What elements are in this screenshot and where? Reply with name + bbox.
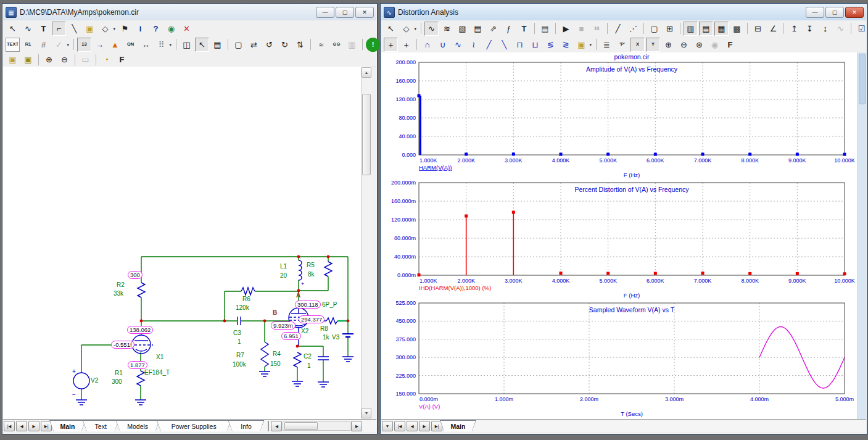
tag-left-icon[interactable]: ↥: [787, 22, 801, 36]
vertical-grid-icon[interactable]: ▥: [684, 22, 698, 36]
attribute-display-toggle[interactable]: R1: [21, 38, 35, 52]
x-scale-icon[interactable]: X: [630, 38, 645, 52]
tab-main[interactable]: Main: [49, 420, 86, 431]
performance-tag-icon[interactable]: 'P': [615, 38, 629, 52]
tab-info[interactable]: Info: [228, 420, 265, 431]
plot-properties-icon[interactable]: ☑: [854, 22, 868, 36]
tab-text[interactable]: Text: [83, 420, 119, 431]
data-points-icon[interactable]: ⋰: [626, 22, 640, 36]
measure-display-toggle[interactable]: ↔: [139, 38, 153, 52]
valley-icon[interactable]: ∪: [436, 38, 450, 52]
rotate-cw-tool[interactable]: ↻: [278, 38, 292, 52]
font-tool[interactable]: F: [115, 52, 129, 67]
minimize-button[interactable]: —: [806, 7, 824, 18]
cursor-curve-icon[interactable]: ⇗: [486, 22, 500, 36]
zoom-out-tool[interactable]: ⊖: [57, 52, 72, 67]
dropdown-arrow-icon[interactable]: ▾: [67, 43, 69, 47]
analysis-titlebar[interactable]: ∿ Distortion Analysis —▢✕: [381, 4, 866, 21]
select-tool[interactable]: ↖: [384, 22, 398, 36]
tab-last-button[interactable]: ▶|: [431, 421, 442, 431]
box-select-tool[interactable]: ▢: [231, 38, 246, 52]
region-disable-icon[interactable]: ✕: [180, 22, 194, 36]
numeric-output-icon[interactable]: ≣: [600, 38, 614, 52]
zoom-in-tool[interactable]: ⊕: [661, 38, 676, 52]
tab-prev-button[interactable]: ◀: [16, 421, 27, 431]
maximize-button[interactable]: ▢: [336, 7, 354, 18]
info-tool[interactable]: i: [133, 22, 147, 36]
scroll-up-button[interactable]: ▲: [362, 67, 371, 78]
flip-tool[interactable]: ⇅: [293, 38, 307, 52]
split-text-window-icon[interactable]: ◫: [180, 38, 194, 52]
analysis-limits-icon[interactable]: ≋: [440, 22, 454, 36]
shape-tool[interactable]: ◇▾: [399, 22, 413, 36]
select-region-icon[interactable]: ▢: [647, 22, 661, 36]
ortho-wire-tool[interactable]: ⌐: [52, 22, 66, 36]
cursor-next-icon[interactable]: ＋: [399, 38, 413, 52]
tab-main[interactable]: Main: [440, 420, 476, 431]
full-grid-icon[interactable]: ▦: [714, 22, 729, 36]
minimize-button[interactable]: —: [316, 7, 334, 18]
select-tool[interactable]: ↖: [6, 22, 20, 36]
go-to-performance-icon[interactable]: ▣▾: [574, 38, 589, 52]
waveform-buffer-icon[interactable]: ▧: [455, 22, 469, 36]
maximize-button[interactable]: ▢: [825, 7, 844, 18]
horizontal-grid-icon[interactable]: ▤: [699, 22, 713, 36]
folder-icon[interactable]: ▭: [78, 52, 93, 67]
run-button[interactable]: ▶: [559, 22, 573, 36]
zoom-in-tool[interactable]: ⊕: [42, 52, 56, 67]
high-icon[interactable]: ⊓: [513, 38, 527, 52]
tab-power-supplies[interactable]: Power Supplies: [157, 420, 231, 431]
schematic-vscrollbar[interactable]: ▲ ▼: [361, 67, 371, 419]
pin-display-toggle[interactable]: #: [36, 38, 51, 52]
tab-prev-button[interactable]: ◀: [407, 421, 418, 431]
schematic-canvas[interactable]: + − + ' R233kR1300V2X1EF184_TR6120kC31R7…: [3, 67, 361, 419]
flag-tool[interactable]: ⚑: [118, 22, 132, 36]
tab-models[interactable]: Models: [116, 420, 160, 431]
low-icon[interactable]: ⊔: [528, 38, 542, 52]
find-waveform-icon[interactable]: ≈: [314, 38, 328, 52]
rotate-ccw-tool[interactable]: ↺: [262, 38, 276, 52]
presentation-icon[interactable]: ▥: [345, 38, 359, 52]
hscroll-left-button[interactable]: ◀: [271, 421, 282, 431]
recent-files-icon[interactable]: ◔: [99, 52, 114, 67]
y-scale-icon[interactable]: Y: [646, 38, 660, 52]
inflection-up-icon[interactable]: ≶: [544, 38, 558, 52]
line-mode-icon[interactable]: ╱: [611, 22, 625, 36]
normalize-icon[interactable]: ∠: [766, 22, 780, 36]
font-tool[interactable]: F: [723, 38, 737, 52]
scope-mode-icon[interactable]: ∿: [424, 22, 439, 36]
scroll-thumb[interactable]: [362, 94, 371, 175]
scroll-down-button[interactable]: ▼: [362, 408, 371, 418]
analysis-scroll-thumb[interactable]: [859, 54, 866, 104]
stop-button[interactable]: ■: [574, 22, 589, 36]
search-icon[interactable]: ⊙⊙: [329, 38, 344, 52]
close-button[interactable]: ✕: [355, 7, 374, 18]
shape-tool[interactable]: ◇▾: [98, 22, 112, 36]
tag-wave-icon[interactable]: ∿: [833, 22, 848, 36]
tab-first-button[interactable]: |◀: [4, 421, 15, 431]
cursor-mode-icon[interactable]: ↖: [195, 38, 209, 52]
dropdown-arrow-icon[interactable]: ▾: [589, 43, 592, 47]
close-button[interactable]: ✕: [845, 7, 864, 18]
text-display-toggle[interactable]: TEXT: [6, 38, 20, 52]
help-mode-tool[interactable]: ?: [149, 22, 163, 36]
data-grid-icon[interactable]: ⊞: [663, 22, 677, 36]
attributes-dialog-icon[interactable]: ▤: [210, 38, 225, 52]
slope-rise-icon[interactable]: ╱: [482, 38, 496, 52]
analysis-vscrollbar[interactable]: [858, 52, 866, 419]
check-ok-icon[interactable]: !: [366, 38, 380, 52]
plot-area[interactable]: pokemon.cir200.000160.000120.00080.00040…: [381, 52, 858, 419]
dropdown-arrow-icon[interactable]: ▾: [113, 27, 115, 31]
current-display-toggle[interactable]: →: [93, 38, 107, 52]
web-page-icon[interactable]: ◉: [164, 22, 178, 36]
wave-down-icon[interactable]: ≀: [466, 38, 481, 52]
tag-horizontal-icon[interactable]: ↨: [818, 22, 832, 36]
properties-icon[interactable]: ▤: [538, 22, 552, 36]
hscroll-right-button[interactable]: ▶: [351, 421, 362, 431]
peak-icon[interactable]: ∩: [420, 38, 434, 52]
wire-tool[interactable]: ∿: [21, 22, 35, 36]
wave-up-icon[interactable]: ∿: [451, 38, 465, 52]
scope-setup-icon[interactable]: ▤: [471, 22, 485, 36]
tag-vertical-icon[interactable]: ↧: [803, 22, 817, 36]
hscroll-track[interactable]: [283, 421, 350, 431]
